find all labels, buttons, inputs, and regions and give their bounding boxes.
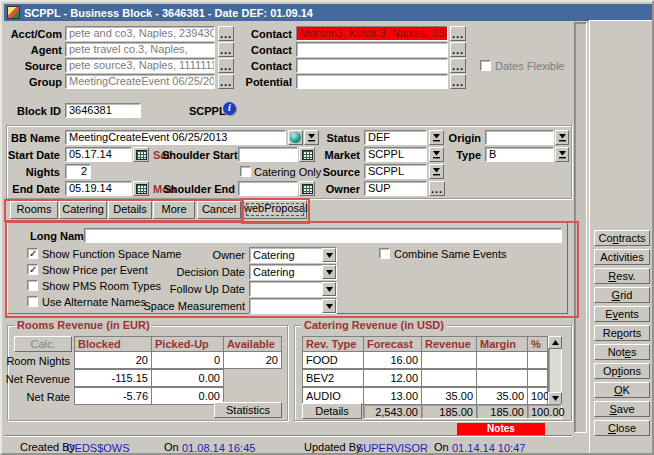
activities-button[interactable]: Activities [594,249,650,265]
catering-only-checkbox[interactable] [240,166,251,177]
catering-row-forecast[interactable]: 16.00 [363,351,422,369]
events-button[interactable]: Events [594,306,650,322]
contact2-field[interactable] [296,42,448,57]
dropdown-arrow-button[interactable] [322,248,336,262]
end-date-calendar-button[interactable] [133,181,149,196]
acct-com-lookup-button[interactable] [218,26,234,41]
scroll-up-button[interactable] [548,336,562,349]
tab-catering[interactable]: Catering [59,201,107,219]
statistics-button[interactable]: Statistics [214,402,282,418]
start-date-field[interactable]: 05.17.14 [65,147,132,162]
tab-rooms[interactable]: Rooms [10,201,58,219]
contact3-lookup-button[interactable] [450,58,466,73]
owner-field[interactable]: SUP [364,181,427,196]
catering-row-margin[interactable]: 35.00 [476,387,528,405]
info-icon[interactable] [223,102,236,115]
catering-row-forecast[interactable]: 13.00 [363,387,422,405]
net-revenue-picked-up[interactable]: 0.00 [151,369,224,387]
agent-field[interactable]: pete travel co.3, Naples, [65,42,215,57]
origin-lov-button[interactable] [555,130,569,145]
shoulder-start-calendar-button[interactable] [299,147,315,162]
long-name-field[interactable] [84,228,562,243]
start-date-calendar-button[interactable] [133,147,149,162]
catering-row-revenue[interactable] [421,351,477,369]
market-lov-button[interactable] [429,147,444,162]
market-field[interactable]: SCPPL [364,147,427,162]
notes-button[interactable]: Notes [594,344,650,360]
notes-alert-lamp[interactable]: Notes [457,423,545,435]
block-id-field[interactable]: 3646381 [65,103,141,118]
dropdown-arrow-button[interactable] [322,282,336,296]
owner-lookup-button[interactable] [429,181,445,196]
net-revenue-blocked[interactable]: -115.15 [74,369,152,387]
show-price-per-event-checkbox[interactable] [27,264,38,275]
status-lov-button[interactable] [429,130,444,145]
shoulder-end-field[interactable] [238,181,298,196]
catering-row-pct[interactable] [527,351,548,369]
source-field[interactable]: pete source3, Naples, 1111111111 [65,58,215,73]
dropdown-arrow-button[interactable] [322,299,336,313]
shoulder-start-field[interactable] [238,147,298,162]
dropdown-arrow-button[interactable] [322,265,336,279]
use-alternate-names-checkbox[interactable] [27,296,38,307]
catering-row-margin[interactable] [476,351,528,369]
room-nights-picked-up[interactable]: 0 [151,351,224,369]
catering-row-pct[interactable] [527,369,548,387]
space-measurement-dropdown[interactable] [249,298,337,314]
contact1-field[interactable]: Morson3, Kuldit 3, Naples, 2334445555 [296,26,448,41]
resv-button[interactable]: Resv. [594,268,650,284]
owner-dropdown[interactable]: Catering [249,247,337,263]
grid-button[interactable]: Grid [594,287,650,303]
follow-up-date-dropdown[interactable] [249,281,337,297]
source-lov-button[interactable] [429,164,444,179]
close-button[interactable]: Close [594,420,650,436]
group-field[interactable]: MeetingCreateEvent 06/25/2013 [65,74,215,89]
catering-row-type[interactable]: BEV2 [302,369,364,387]
tab-details[interactable]: Details [108,201,152,219]
decision-date-dropdown[interactable]: Catering [249,264,337,280]
bb-name-field[interactable]: MeetingCreateEvent 06/25/2013 [65,130,286,145]
title-bar[interactable]: SCPPL - Business Block - 3646381 - Date … [4,4,652,21]
source-lookup-button[interactable] [218,58,234,73]
ok-button[interactable]: OK [594,382,650,398]
tab-more[interactable]: More [153,201,195,219]
catering-row-revenue[interactable] [421,369,477,387]
catering-row-margin[interactable] [476,369,528,387]
room-nights-available[interactable]: 20 [223,351,282,369]
origin-field[interactable] [485,130,554,145]
options-button[interactable]: Options [594,363,650,379]
potential-lookup-button[interactable] [450,74,466,89]
show-pms-room-types-checkbox[interactable] [27,280,38,291]
agent-lookup-button[interactable] [218,42,234,57]
shoulder-end-calendar-button[interactable] [299,181,315,196]
type-field[interactable]: B [485,147,554,162]
room-nights-blocked[interactable]: 20 [74,351,152,369]
dates-flexible-checkbox[interactable] [480,60,491,71]
contact1-lookup-button[interactable] [450,26,466,41]
catering-row-revenue[interactable]: 35.00 [421,387,477,405]
catering-row-forecast[interactable]: 12.00 [363,369,422,387]
reports-button[interactable]: Reports [594,325,650,341]
save-button[interactable]: Save [594,401,650,417]
show-function-space-name-checkbox[interactable] [27,248,38,259]
group-lookup-button[interactable] [218,74,234,89]
source-code-field[interactable]: SCPPL [364,164,427,179]
catering-row-type[interactable]: FOOD [302,351,364,369]
acct-com-field[interactable]: pete and co3, Naples, 2394301212 [65,26,215,41]
type-lov-button[interactable] [555,147,569,162]
end-date-field[interactable]: 05.19.14 [65,181,132,196]
status-field[interactable]: DEF [364,130,427,145]
contact3-field[interactable] [296,58,448,73]
details-button[interactable]: Details [302,403,362,419]
contact2-lookup-button[interactable] [450,42,466,57]
translate-globe-button[interactable] [288,130,303,145]
contracts-button[interactable]: Contracts [594,230,650,246]
combine-same-events-checkbox[interactable] [379,248,390,259]
nights-field[interactable]: 2 [65,164,91,179]
net-rate-blocked[interactable]: -5.76 [74,387,152,405]
tab-cancel[interactable]: Cancel [197,201,241,219]
tab-webproposal[interactable]: webProposal [243,200,307,219]
potential-field[interactable] [296,74,448,89]
catering-row-pct[interactable]: 100 [527,387,548,405]
calc-button[interactable]: Calc. [14,336,72,352]
